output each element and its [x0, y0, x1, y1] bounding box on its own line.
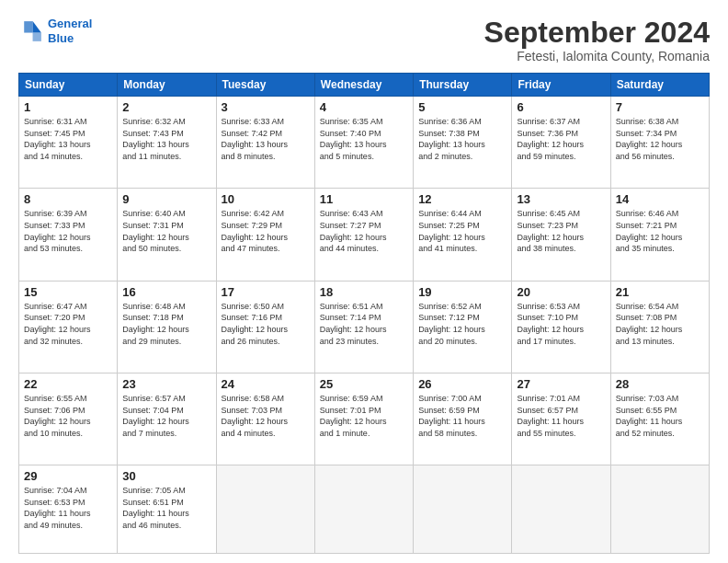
day-info: Sunrise: 6:37 AM Sunset: 7:36 PM Dayligh…: [517, 116, 605, 162]
day-number: 16: [122, 285, 210, 299]
calendar-cell: 6Sunrise: 6:37 AM Sunset: 7:36 PM Daylig…: [512, 97, 610, 189]
calendar-cell: [512, 465, 610, 554]
day-info: Sunrise: 6:43 AM Sunset: 7:27 PM Dayligh…: [320, 208, 408, 254]
day-info: Sunrise: 6:55 AM Sunset: 7:06 PM Dayligh…: [24, 393, 112, 439]
day-info: Sunrise: 6:36 AM Sunset: 7:38 PM Dayligh…: [418, 116, 506, 162]
calendar-cell: [414, 465, 512, 554]
calendar-cell: 15Sunrise: 6:47 AM Sunset: 7:20 PM Dayli…: [19, 281, 118, 373]
col-monday: Monday: [118, 74, 216, 97]
day-info: Sunrise: 6:46 AM Sunset: 7:21 PM Dayligh…: [616, 208, 704, 254]
day-number: 5: [418, 100, 506, 114]
calendar-week-2: 8Sunrise: 6:39 AM Sunset: 7:33 PM Daylig…: [19, 189, 710, 281]
day-info: Sunrise: 7:00 AM Sunset: 6:59 PM Dayligh…: [418, 393, 506, 439]
day-number: 7: [616, 100, 704, 114]
logo-icon: [18, 18, 44, 44]
day-info: Sunrise: 6:58 AM Sunset: 7:03 PM Dayligh…: [222, 393, 310, 439]
calendar-week-3: 15Sunrise: 6:47 AM Sunset: 7:20 PM Dayli…: [19, 281, 710, 373]
calendar-cell: 10Sunrise: 6:42 AM Sunset: 7:29 PM Dayli…: [216, 189, 314, 281]
day-info: Sunrise: 6:40 AM Sunset: 7:31 PM Dayligh…: [122, 208, 210, 254]
day-number: 25: [320, 377, 408, 391]
day-number: 11: [320, 192, 408, 206]
day-number: 10: [222, 192, 310, 206]
calendar-cell: 9Sunrise: 6:40 AM Sunset: 7:31 PM Daylig…: [118, 189, 216, 281]
calendar-cell: 26Sunrise: 7:00 AM Sunset: 6:59 PM Dayli…: [414, 373, 512, 465]
calendar-cell: 17Sunrise: 6:50 AM Sunset: 7:16 PM Dayli…: [216, 281, 314, 373]
calendar-cell: 3Sunrise: 6:33 AM Sunset: 7:42 PM Daylig…: [216, 97, 314, 189]
calendar-cell: 23Sunrise: 6:57 AM Sunset: 7:04 PM Dayli…: [118, 373, 216, 465]
day-info: Sunrise: 6:50 AM Sunset: 7:16 PM Dayligh…: [222, 301, 310, 347]
day-info: Sunrise: 6:54 AM Sunset: 7:08 PM Dayligh…: [616, 301, 704, 347]
day-info: Sunrise: 6:51 AM Sunset: 7:14 PM Dayligh…: [320, 301, 408, 347]
day-number: 19: [418, 285, 506, 299]
day-number: 30: [122, 469, 210, 483]
day-number: 17: [222, 285, 310, 299]
main-title: September 2024: [484, 17, 710, 49]
calendar-cell: 2Sunrise: 6:32 AM Sunset: 7:43 PM Daylig…: [118, 97, 216, 189]
calendar-cell: 11Sunrise: 6:43 AM Sunset: 7:27 PM Dayli…: [314, 189, 413, 281]
calendar-cell: 20Sunrise: 6:53 AM Sunset: 7:10 PM Dayli…: [512, 281, 610, 373]
calendar-cell: 28Sunrise: 7:03 AM Sunset: 6:55 PM Dayli…: [610, 373, 709, 465]
day-info: Sunrise: 6:47 AM Sunset: 7:20 PM Dayligh…: [24, 301, 112, 347]
day-number: 15: [24, 285, 112, 299]
calendar-cell: 4Sunrise: 6:35 AM Sunset: 7:40 PM Daylig…: [314, 97, 413, 189]
calendar-week-1: 1Sunrise: 6:31 AM Sunset: 7:45 PM Daylig…: [19, 97, 710, 189]
day-info: Sunrise: 6:59 AM Sunset: 7:01 PM Dayligh…: [320, 393, 408, 439]
header: General Blue September 2024 Fetesti, Ial…: [18, 17, 710, 63]
calendar-cell: 13Sunrise: 6:45 AM Sunset: 7:23 PM Dayli…: [512, 189, 610, 281]
svg-marker-2: [24, 21, 32, 32]
calendar-body: 1Sunrise: 6:31 AM Sunset: 7:45 PM Daylig…: [19, 97, 710, 554]
calendar-cell: 7Sunrise: 6:38 AM Sunset: 7:34 PM Daylig…: [610, 97, 709, 189]
col-wednesday: Wednesday: [314, 74, 413, 97]
day-info: Sunrise: 6:35 AM Sunset: 7:40 PM Dayligh…: [320, 116, 408, 162]
calendar-cell: 16Sunrise: 6:48 AM Sunset: 7:18 PM Dayli…: [118, 281, 216, 373]
calendar-cell: 12Sunrise: 6:44 AM Sunset: 7:25 PM Dayli…: [414, 189, 512, 281]
day-number: 4: [320, 100, 408, 114]
day-number: 1: [24, 100, 112, 114]
day-number: 6: [517, 100, 605, 114]
col-thursday: Thursday: [414, 74, 512, 97]
header-row: Sunday Monday Tuesday Wednesday Thursday…: [19, 74, 710, 97]
page: General Blue September 2024 Fetesti, Ial…: [0, 0, 728, 563]
day-info: Sunrise: 6:38 AM Sunset: 7:34 PM Dayligh…: [616, 116, 704, 162]
day-info: Sunrise: 6:57 AM Sunset: 7:04 PM Dayligh…: [122, 393, 210, 439]
subtitle: Fetesti, Ialomita County, Romania: [484, 49, 710, 63]
calendar-cell: 24Sunrise: 6:58 AM Sunset: 7:03 PM Dayli…: [216, 373, 314, 465]
logo-line2: Blue: [48, 31, 74, 45]
day-number: 21: [616, 285, 704, 299]
col-tuesday: Tuesday: [216, 74, 314, 97]
day-info: Sunrise: 6:52 AM Sunset: 7:12 PM Dayligh…: [418, 301, 506, 347]
col-sunday: Sunday: [19, 74, 118, 97]
day-number: 24: [222, 377, 310, 391]
calendar-week-5: 29Sunrise: 7:04 AM Sunset: 6:53 PM Dayli…: [19, 465, 710, 554]
calendar-cell: 1Sunrise: 6:31 AM Sunset: 7:45 PM Daylig…: [19, 97, 118, 189]
calendar-cell: 25Sunrise: 6:59 AM Sunset: 7:01 PM Dayli…: [314, 373, 413, 465]
svg-marker-0: [33, 21, 41, 32]
day-number: 26: [418, 377, 506, 391]
day-info: Sunrise: 7:04 AM Sunset: 6:53 PM Dayligh…: [24, 485, 112, 531]
logo: General Blue: [18, 17, 92, 45]
calendar-cell: 14Sunrise: 6:46 AM Sunset: 7:21 PM Dayli…: [610, 189, 709, 281]
calendar-cell: 21Sunrise: 6:54 AM Sunset: 7:08 PM Dayli…: [610, 281, 709, 373]
col-saturday: Saturday: [610, 74, 709, 97]
calendar-week-4: 22Sunrise: 6:55 AM Sunset: 7:06 PM Dayli…: [19, 373, 710, 465]
title-block: September 2024 Fetesti, Ialomita County,…: [484, 17, 710, 63]
calendar-cell: [216, 465, 314, 554]
day-info: Sunrise: 6:45 AM Sunset: 7:23 PM Dayligh…: [517, 208, 605, 254]
calendar-cell: 8Sunrise: 6:39 AM Sunset: 7:33 PM Daylig…: [19, 189, 118, 281]
day-number: 14: [616, 192, 704, 206]
calendar-cell: 27Sunrise: 7:01 AM Sunset: 6:57 PM Dayli…: [512, 373, 610, 465]
calendar-cell: [610, 465, 709, 554]
calendar-cell: 19Sunrise: 6:52 AM Sunset: 7:12 PM Dayli…: [414, 281, 512, 373]
day-info: Sunrise: 6:53 AM Sunset: 7:10 PM Dayligh…: [517, 301, 605, 347]
day-info: Sunrise: 7:03 AM Sunset: 6:55 PM Dayligh…: [616, 393, 704, 439]
calendar-table: Sunday Monday Tuesday Wednesday Thursday…: [18, 73, 710, 554]
day-number: 20: [517, 285, 605, 299]
day-number: 9: [122, 192, 210, 206]
day-info: Sunrise: 6:42 AM Sunset: 7:29 PM Dayligh…: [222, 208, 310, 254]
day-number: 29: [24, 469, 112, 483]
day-number: 8: [24, 192, 112, 206]
day-number: 22: [24, 377, 112, 391]
logo-line1: General: [48, 17, 92, 30]
day-info: Sunrise: 6:31 AM Sunset: 7:45 PM Dayligh…: [24, 116, 112, 162]
day-number: 28: [616, 377, 704, 391]
